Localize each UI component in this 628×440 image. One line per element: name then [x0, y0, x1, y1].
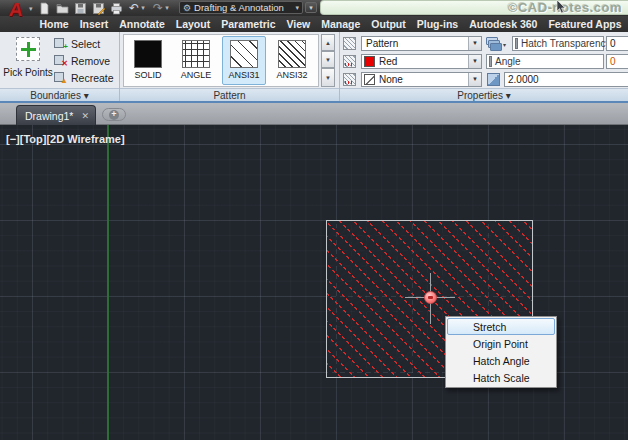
tab-output[interactable]: Output: [366, 16, 411, 32]
gallery-scroll-down-button[interactable]: ▼: [321, 51, 335, 68]
gallery-expand-button[interactable]: ▼: [321, 68, 335, 87]
menu-item-stretch[interactable]: Stretch: [447, 318, 555, 335]
hatch-color-combo[interactable]: Red ▼: [361, 54, 482, 69]
background-color-icon: [343, 73, 356, 86]
menu-item-hatch-scale[interactable]: Hatch Scale: [447, 369, 555, 386]
menu-item-hatch-angle[interactable]: Hatch Angle: [447, 352, 555, 369]
scale-value-field[interactable]: 2.0000: [504, 72, 628, 87]
ribbon: Pick Points + Select ✕ Remove ▲ Recreate…: [0, 32, 628, 103]
boundaries-panel-title[interactable]: Boundaries ▾: [0, 88, 119, 101]
drawing-tab[interactable]: Drawing1* ✕: [16, 105, 96, 125]
hatch-color-icon: [343, 55, 356, 68]
drawing-tab-label: Drawing1*: [17, 110, 75, 122]
grid-y-axis-line: [107, 125, 109, 440]
new-file-icon: [38, 2, 51, 15]
background-color-combo[interactable]: None ▼: [361, 72, 482, 87]
transparency-button[interactable]: ▾: [486, 37, 510, 51]
tab-parametric[interactable]: Parametric: [216, 16, 281, 32]
pattern-panel-title[interactable]: Pattern: [120, 88, 339, 101]
plus-icon: +: [109, 110, 119, 120]
combo-caret-icon: ▼: [468, 55, 481, 68]
angle-value-field[interactable]: 0: [606, 54, 628, 69]
new-drawing-tab-button[interactable]: +: [102, 108, 126, 121]
tab-plugins[interactable]: Plug-ins: [411, 16, 463, 32]
undo-dropdown-caret-icon[interactable]: ▾: [139, 4, 147, 12]
hatch-type-icon: [343, 37, 356, 50]
save-as-icon: [92, 2, 105, 15]
quick-access-dropdown-button[interactable]: ▾: [305, 2, 317, 13]
tab-layout[interactable]: Layout: [170, 16, 215, 32]
solid-pattern-icon: [134, 40, 162, 68]
infocenter-strip: ©CAD-notes.com: [320, 0, 628, 15]
tab-autodesk360[interactable]: Autodesk 360: [464, 16, 543, 32]
workspace-label: Drafting & Annotation: [194, 2, 292, 13]
recreate-button[interactable]: ▲ Recreate: [54, 70, 114, 85]
recreate-boundary-icon: ▲: [54, 71, 67, 84]
combo-caret-icon: ▼: [468, 37, 481, 50]
pattern-gallery: SOLID ANGLE ANSI31 ANSI32: [123, 34, 319, 87]
hatch-type-combo[interactable]: Pattern ▼: [361, 36, 482, 51]
autocad-window: A ▾ ↶ ▾ ↷ ▾ ⚙ Drafting & Annotation ▾ ▾ …: [0, 0, 628, 440]
pattern-solid[interactable]: SOLID: [126, 36, 170, 85]
tab-insert[interactable]: Insert: [74, 16, 114, 32]
grip-context-menu: Stretch Origin Point Hatch Angle Hatch S…: [445, 316, 557, 388]
viewport-controls-label[interactable]: [−][Top][2D Wireframe]: [6, 133, 125, 145]
gallery-scrollbar: ▲ ▼ ▼: [321, 34, 335, 87]
redo-dropdown-caret-icon[interactable]: ▾: [163, 4, 171, 12]
save-icon: [74, 2, 87, 15]
combo-caret-icon: ▼: [468, 73, 481, 86]
gallery-scroll-up-button[interactable]: ▲: [321, 34, 335, 51]
undo-icon: ↶: [129, 1, 139, 15]
drawing-canvas[interactable]: [−][Top][2D Wireframe] Stretch Origin Po…: [0, 125, 628, 440]
pick-points-button[interactable]: Pick Points: [5, 34, 51, 86]
hatch-origin-grip[interactable]: [424, 291, 437, 304]
none-color-swatch: [364, 74, 375, 85]
new-file-button[interactable]: [36, 1, 52, 15]
transparency-slider[interactable]: Hatch Transparency: [512, 36, 604, 51]
hatch-scale-icon: [487, 73, 500, 86]
ansi31-pattern-icon: [230, 40, 258, 68]
pick-points-icon: [16, 37, 40, 61]
file-tab-bar: Drawing1* ✕ +: [0, 103, 628, 125]
panel-pattern: SOLID ANGLE ANSI31 ANSI32 ▲ ▼ ▼: [120, 32, 339, 101]
printer-icon: [110, 2, 123, 15]
tab-view[interactable]: View: [281, 16, 316, 32]
workspace-caret-icon: ▾: [295, 4, 299, 12]
select-button[interactable]: + Select: [54, 36, 100, 51]
autocad-logo-icon[interactable]: A: [2, 0, 30, 22]
select-boundary-icon: +: [54, 37, 67, 50]
panel-properties: Pattern ▼ ▾ Hatch Transparency 0 Re: [340, 32, 628, 101]
open-file-button[interactable]: [54, 1, 70, 15]
tab-annotate[interactable]: Annotate: [114, 16, 171, 32]
ansi32-pattern-icon: [278, 40, 306, 68]
pattern-angle[interactable]: ANGLE: [174, 36, 218, 85]
redo-icon: ↷: [153, 1, 163, 15]
pattern-ansi32[interactable]: ANSI32: [270, 36, 314, 85]
tab-home[interactable]: Home: [34, 16, 74, 32]
remove-boundary-icon: ✕: [54, 54, 67, 67]
tab-featured-apps[interactable]: Featured Apps: [543, 16, 627, 32]
angle-pattern-icon: [182, 40, 210, 68]
workspace-switcher[interactable]: ⚙ Drafting & Annotation ▾: [179, 1, 303, 14]
open-folder-icon: [56, 2, 69, 15]
mouse-cursor-icon: [556, 0, 567, 14]
plot-button[interactable]: [108, 1, 124, 15]
title-bar: A ▾ ↶ ▾ ↷ ▾ ⚙ Drafting & Annotation ▾ ▾ …: [0, 0, 628, 16]
transparency-caret-icon: ▾: [503, 41, 506, 48]
angle-slider[interactable]: Angle: [486, 54, 604, 69]
transparency-value-field[interactable]: 0: [606, 36, 628, 51]
remove-button[interactable]: ✕ Remove: [54, 53, 110, 68]
ribbon-tab-row: Home Insert Annotate Layout Parametric V…: [0, 16, 628, 32]
properties-panel-title[interactable]: Properties ▾: [340, 88, 628, 101]
tab-manage[interactable]: Manage: [316, 16, 366, 32]
save-as-button[interactable]: [90, 1, 106, 15]
gear-icon: ⚙: [183, 3, 191, 13]
tab-close-icon[interactable]: ✕: [75, 111, 95, 121]
watermark-text: ©CAD-notes.com: [508, 0, 628, 15]
pick-points-label: Pick Points: [3, 67, 52, 78]
save-button[interactable]: [72, 1, 88, 15]
logo-menu-caret-icon[interactable]: ▾: [29, 5, 33, 13]
panel-boundaries: Pick Points + Select ✕ Remove ▲ Recreate…: [0, 32, 119, 101]
menu-item-origin-point[interactable]: Origin Point: [447, 335, 555, 352]
pattern-ansi31[interactable]: ANSI31: [222, 36, 266, 85]
